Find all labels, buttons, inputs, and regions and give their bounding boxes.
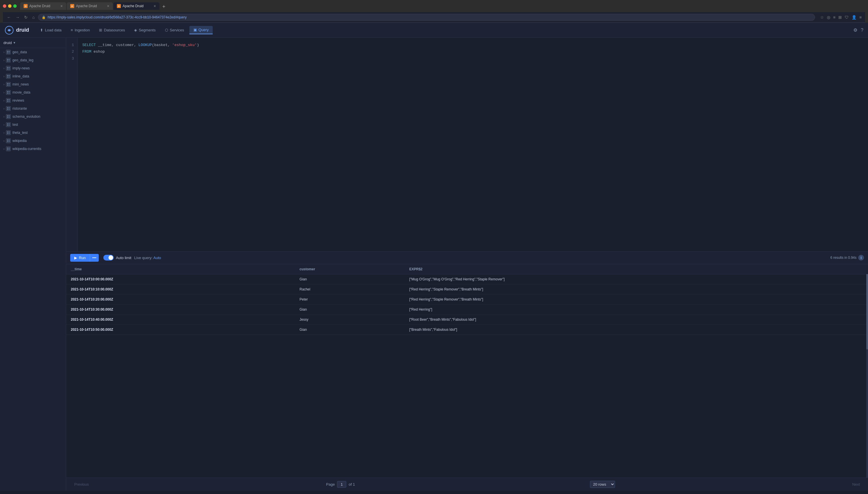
line-number-3: 3: [70, 55, 74, 62]
sidebar-item-chevron: ›: [3, 107, 4, 110]
tab-close-1[interactable]: ×: [60, 4, 63, 8]
auto-limit-group: Auto limit: [103, 255, 131, 261]
page-input[interactable]: [337, 481, 346, 488]
browser-tab-2[interactable]: D Apache Druid ×: [67, 2, 113, 10]
browser-tab-1[interactable]: D Apache Druid ×: [20, 2, 66, 10]
menu-icon[interactable]: ≡: [859, 14, 862, 20]
sidebar-item-chevron: ›: [3, 99, 4, 102]
nav-item-load-data[interactable]: ⬆ Load data: [36, 26, 65, 34]
cell-expr: ["Mug O'Grog","Mug O'Grog","Red Herring"…: [405, 274, 868, 284]
svg-point-1: [8, 30, 10, 31]
sidebar-item-mini_news[interactable]: › mini_news: [0, 80, 66, 88]
main-content: druid ▼ › geo_data › geo_data_leg › impl…: [0, 38, 868, 491]
home-button[interactable]: ⌂: [31, 14, 36, 20]
results-tbody: 2021-10-14T10:00:00.000Z Gian ["Mug O'Gr…: [66, 274, 868, 335]
sidebar-item-label: geo_data_leg: [12, 58, 62, 62]
sidebar-item-test[interactable]: › test: [0, 121, 66, 129]
new-tab-button[interactable]: +: [161, 4, 167, 10]
extensions-icon[interactable]: ⊞: [838, 14, 842, 20]
cell-time: 2021-10-14T10:10:00.000Z: [66, 284, 295, 294]
sidebar-item-movie_data[interactable]: › movie_data: [0, 88, 66, 96]
run-button[interactable]: ▶ Run: [70, 254, 90, 262]
table-row: 2021-10-14T10:10:00.000Z Rachel ["Red He…: [66, 284, 868, 294]
run-more-button[interactable]: •••: [90, 254, 99, 262]
sidebar-item-label: test: [12, 122, 62, 127]
cell-expr: ["Root Beer","Breath Mints","Fabulous Id…: [405, 315, 868, 324]
maximize-button[interactable]: [13, 4, 17, 8]
top-nav: druid ⬆ Load data ≡ Ingestion ⊞ Datasour…: [0, 23, 868, 38]
nav-item-segments[interactable]: ◈ Segments: [130, 26, 160, 34]
sidebar-select-wrapper[interactable]: druid ▼: [3, 41, 16, 45]
sidebar-item-chevron: ›: [3, 131, 4, 134]
help-icon[interactable]: ?: [861, 27, 863, 33]
nav-item-query[interactable]: ▣ Query: [189, 26, 213, 34]
load-data-icon: ⬆: [40, 28, 43, 32]
col-header-expr: EXPR$2: [405, 264, 868, 274]
next-button[interactable]: Next: [850, 481, 862, 488]
previous-button[interactable]: Previous: [72, 481, 91, 488]
sidebar-item-chevron: ›: [3, 83, 4, 86]
scrollbar-thumb[interactable]: [866, 264, 868, 350]
table-icon: [6, 66, 11, 71]
datasources-icon: ⊞: [99, 28, 102, 32]
sidebar-item-theta_test[interactable]: › theta_test: [0, 129, 66, 137]
address-bar[interactable]: 🔒 https://imply-sales.implycloud.com/dru…: [38, 14, 815, 21]
nav-item-services[interactable]: ⬡ Services: [161, 26, 188, 34]
reader-icon[interactable]: ≡: [833, 14, 836, 20]
results-info-button[interactable]: ℹ: [858, 255, 864, 261]
nav-item-datasources[interactable]: ⊞ Datasources: [95, 26, 129, 34]
cell-customer: Gian: [295, 304, 405, 315]
query-area: 1 2 3 SELECT __time, customer, LOOKUP(ba…: [66, 38, 868, 491]
sidebar-item-geo_data_leg[interactable]: › geo_data_leg: [0, 56, 66, 64]
cell-expr: ["Breath Mints","Fabulous Idol"]: [405, 324, 868, 335]
sidebar-item-chevron: ›: [3, 147, 4, 151]
page-label: Page: [326, 482, 335, 487]
cell-expr: ["Red Herring"]: [405, 304, 868, 315]
editor-code[interactable]: SELECT __time, customer, LOOKUP(basket, …: [78, 38, 868, 251]
sidebar-item-imply-news[interactable]: › imply-news: [0, 64, 66, 72]
pocket-icon[interactable]: ◎: [826, 14, 831, 20]
results-container[interactable]: __time customer EXPR$2 2021-10-14T10:00:…: [66, 264, 868, 478]
bookmark-icon[interactable]: ☆: [819, 14, 825, 20]
sidebar-item-inline_data[interactable]: › inline_data: [0, 72, 66, 80]
scrollbar-track[interactable]: [866, 264, 868, 478]
browser-actions: ☆ ◎ ≡ ⊞ 🛡 👤 ≡: [819, 14, 862, 20]
address-text: https://imply-sales.implycloud.com/druid…: [47, 15, 187, 19]
auto-limit-label: Auto limit: [116, 255, 131, 260]
sidebar-item-ristorante[interactable]: › ristorante: [0, 104, 66, 113]
nav-item-ingestion[interactable]: ≡ Ingestion: [67, 26, 94, 34]
ingestion-icon: ≡: [71, 28, 73, 32]
table-icon: [6, 82, 11, 87]
code-columns: __time, customer,: [96, 43, 138, 47]
refresh-button[interactable]: ↻: [23, 14, 29, 20]
browser-tab-3[interactable]: D Apache Druid ×: [113, 2, 159, 10]
close-button[interactable]: [3, 4, 6, 8]
account-icon[interactable]: 👤: [851, 14, 857, 20]
tab-close-3[interactable]: ×: [154, 4, 156, 8]
keyword-select: SELECT: [82, 43, 96, 47]
col-header-customer: customer: [295, 264, 405, 274]
forward-button[interactable]: →: [14, 14, 21, 20]
tab-close-2[interactable]: ×: [107, 4, 109, 8]
editor-container[interactable]: 1 2 3 SELECT __time, customer, LOOKUP(ba…: [66, 38, 868, 251]
sidebar-item-schema_evolution[interactable]: › schema_evolution: [0, 113, 66, 121]
table-icon: [6, 138, 11, 143]
cell-time: 2021-10-14T10:50:00.000Z: [66, 324, 295, 335]
sidebar-item-reviews[interactable]: › reviews: [0, 96, 66, 104]
sidebar-item-wikipedia[interactable]: › wikipedia: [0, 137, 66, 145]
table-row: 2021-10-14T10:20:00.000Z Peter ["Red Her…: [66, 294, 868, 304]
back-button[interactable]: ←: [6, 14, 12, 20]
sidebar-item-geo_data[interactable]: › geo_data: [0, 48, 66, 56]
rows-per-page-select[interactable]: 5 rows 10 rows 20 rows 50 rows 100 rows: [590, 481, 615, 488]
settings-icon[interactable]: ⚙: [853, 27, 857, 33]
auto-limit-toggle[interactable]: [103, 255, 114, 261]
minimize-button[interactable]: [8, 4, 12, 8]
tab-label-2: Apache Druid: [76, 4, 97, 8]
sidebar-item-wikipedia-currentts[interactable]: › wikipedia-currentts: [0, 145, 66, 153]
query-toolbar: ▶ Run ••• Auto limit Live query: Auto: [66, 251, 868, 264]
sidebar-item-chevron: ›: [3, 51, 4, 54]
browser-tabs: D Apache Druid × D Apache Druid × D Apac…: [20, 2, 167, 10]
line-number-1: 1: [70, 42, 74, 49]
sidebar-item-label: imply-news: [12, 66, 62, 70]
shield-icon[interactable]: 🛡: [844, 14, 849, 20]
